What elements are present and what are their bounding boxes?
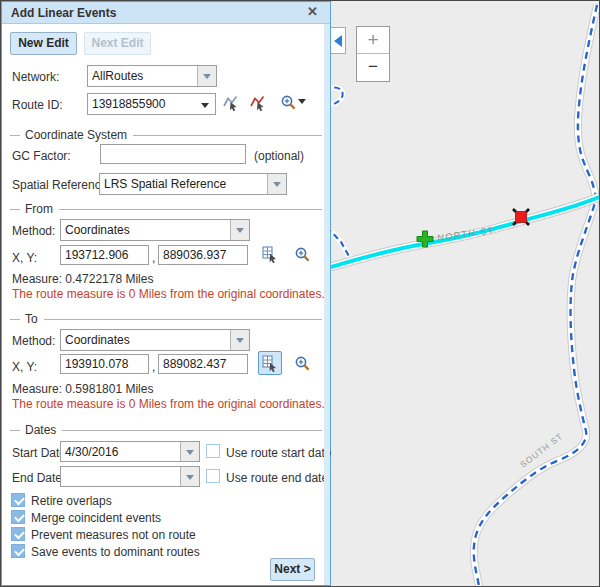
panel-title: Add Linear Events [11,6,116,20]
gc-factor-label: GC Factor: [12,149,71,163]
start-date-select[interactable]: 4/30/2016 [60,441,200,462]
save-dominant-routes-checkbox[interactable] [11,544,25,558]
section-title: Coordinate System [25,128,133,142]
boundary-road [474,5,597,586]
use-route-end-date-checkbox[interactable] [206,469,220,483]
from-y-input[interactable] [158,245,248,265]
start-date-dropdown-button[interactable] [180,442,199,461]
chevron-left-icon [334,35,342,47]
chevron-down-icon [186,475,194,480]
panel-scrollbar[interactable] [324,24,330,585]
boundary-fragment-road [331,227,350,258]
merge-coincident-events-label: Merge coincident events [31,511,161,525]
to-zoom-to-point-icon[interactable] [294,355,312,373]
next-button[interactable]: Next > [270,558,315,581]
map-view[interactable]: NORTH ST SOUTH ST + − [331,1,599,586]
spatial-reference-value: LRS Spatial Reference [100,174,267,194]
boundary-loop-road [331,84,345,107]
use-route-start-date-label: Use route start date [226,446,331,460]
from-zoom-to-point-icon[interactable] [294,246,312,264]
pick-route-on-map-icon[interactable] [222,94,240,112]
to-measure-text: Measure: 0.5981801 Miles [12,382,153,396]
chevron-down-icon[interactable] [201,103,209,108]
from-measure-text: Measure: 0.4722178 Miles [12,272,153,286]
from-warning-text: The route measure is 0 Miles from the or… [12,287,325,301]
start-date-value: 4/30/2016 [61,442,180,461]
map-canvas: NORTH ST SOUTH ST [331,1,599,586]
chevron-down-icon [203,74,211,79]
add-linear-events-panel: Add Linear Events ✕ New Edit Next Edit N… [1,1,331,586]
route-id-value: 13918855900 [88,94,215,114]
to-warning-text: The route measure is 0 Miles from the or… [12,397,325,411]
from-method-select[interactable]: Coordinates [60,219,250,241]
end-date-dropdown-button[interactable] [180,467,199,486]
prevent-measures-label: Prevent measures not on route [31,528,196,542]
prevent-measures-checkbox[interactable] [11,527,25,541]
zoom-out-button[interactable]: − [357,54,389,81]
from-section-header: From [10,202,322,216]
retire-overlaps-checkbox[interactable] [11,493,25,507]
network-dropdown-button[interactable] [197,66,216,86]
use-route-end-date-label: Use route end date [226,471,328,485]
gc-factor-input[interactable] [100,144,246,164]
new-edit-button[interactable]: New Edit [10,32,77,55]
chevron-down-icon [236,338,244,343]
pick-route-alt-icon[interactable] [249,94,267,112]
section-title: To [25,312,44,326]
xy-separator: , [152,251,155,265]
network-select[interactable]: AllRoutes [87,65,217,87]
to-method-select[interactable]: Coordinates [60,329,250,351]
close-icon[interactable]: ✕ [307,4,318,19]
from-method-dropdown-button[interactable] [230,220,249,240]
panel-header: Add Linear Events ✕ [2,2,330,24]
zoom-options-caret-icon[interactable] [298,99,306,104]
street-label-north-st: NORTH ST [437,225,496,243]
save-dominant-routes-label: Save events to dominant routes [31,545,200,559]
zoom-to-route-icon[interactable] [280,94,298,112]
spatial-reference-select[interactable]: LRS Spatial Reference [99,173,287,195]
network-value: AllRoutes [88,66,197,86]
from-xy-label: X, Y: [12,251,37,265]
section-title: Dates [25,423,62,437]
from-method-value: Coordinates [61,220,230,240]
use-route-start-date-checkbox[interactable] [206,444,220,458]
to-pick-coordinates-icon[interactable] [258,351,282,375]
to-xy-label: X, Y: [12,360,37,374]
collapse-panel-button[interactable] [331,27,346,54]
spatial-reference-dropdown-button[interactable] [267,174,286,194]
xy-separator: , [152,360,155,374]
to-method-label: Method: [12,334,55,348]
end-date-label: End Date: [12,471,65,485]
chevron-down-icon [186,450,194,455]
spatial-reference-label: Spatial Reference: [12,178,111,192]
next-edit-button: Next Edit [84,32,151,55]
to-x-input[interactable] [60,354,149,374]
to-method-value: Coordinates [61,330,230,350]
to-point-marker-icon[interactable] [513,209,529,225]
map-zoom-control: + − [356,26,390,82]
to-y-input[interactable] [158,354,248,374]
route-id-select[interactable]: 13918855900 [87,93,216,115]
section-title: From [25,202,59,216]
dates-section-header: Dates [10,423,322,437]
merge-coincident-events-checkbox[interactable] [11,510,25,524]
coordinate-system-section-header: Coordinate System [10,128,322,142]
retire-overlaps-label: Retire overlaps [31,494,112,508]
optional-label: (optional) [254,149,304,163]
zoom-in-button[interactable]: + [357,27,389,54]
end-date-value [61,467,180,486]
app-window: Add Linear Events ✕ New Edit Next Edit N… [0,0,600,587]
from-method-label: Method: [12,224,55,238]
to-section-header: To [10,312,322,326]
from-x-input[interactable] [60,245,149,265]
chevron-down-icon [273,182,281,187]
end-date-select[interactable] [60,466,200,487]
from-pick-coordinates-icon[interactable] [261,245,279,263]
route-id-label: Route ID: [12,98,63,112]
to-method-dropdown-button[interactable] [230,330,249,350]
network-label: Network: [12,70,59,84]
chevron-down-icon [236,228,244,233]
